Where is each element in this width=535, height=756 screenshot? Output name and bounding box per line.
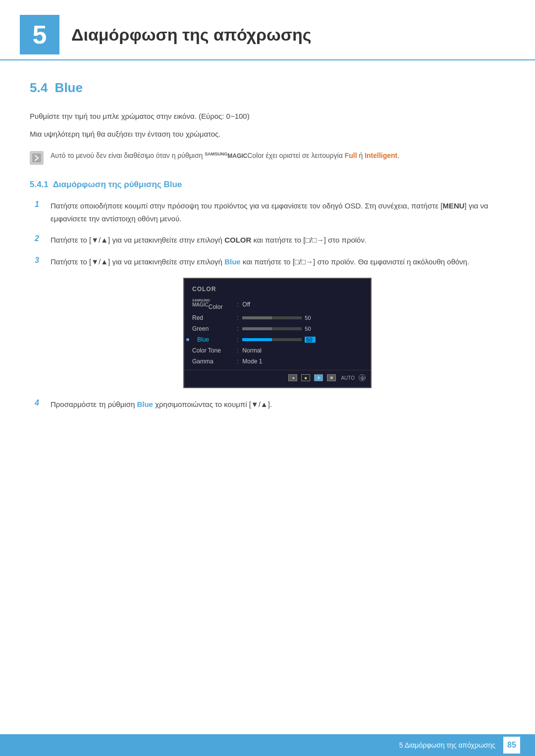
- active-indicator: [186, 338, 189, 341]
- note-text: Αυτό το μενού δεν είναι διαθέσιμο όταν η…: [51, 150, 399, 161]
- step-2: 2 Πατήστε το [▼/▲] για να μετακινηθείτε …: [35, 234, 505, 247]
- desc-para-1: Ρυθμίστε την τιμή του μπλε χρώματος στην…: [30, 110, 505, 122]
- chapter-title: Διαμόρφωση της απόχρωσης: [71, 25, 311, 45]
- step-3: 3 Πατήστε το [▼/▲] για να μετακινηθείτε …: [35, 255, 505, 268]
- chapter-number: 5: [20, 15, 59, 54]
- osd-screenshot: COLOR SAMSUNG MAGICColor : Off Red : 50: [50, 278, 505, 388]
- chapter-header: 5 Διαμόρφωση της απόχρωσης: [0, 0, 535, 60]
- step-3-text: Πατήστε το [▼/▲] για να μετακινηθείτε στ…: [51, 255, 469, 268]
- step-4-container: 4 Προσαρμόστε τη ρύθμιση Blue χρησιμοποι…: [35, 398, 505, 411]
- step-1-text: Πατήστε οποιοδήποτε κουμπί στην πρόσοψη …: [51, 200, 505, 225]
- svg-rect-0: [32, 153, 41, 162]
- page-footer: 5 Διαμόρφωση της απόχρωσης 85: [0, 734, 535, 756]
- osd-value-color-tone: Normal: [242, 347, 363, 354]
- steps-list: 1 Πατήστε οποιοδήποτε κουμπί στην πρόσοψ…: [35, 200, 505, 268]
- osd-btn-enter: ▣: [327, 374, 336, 381]
- osd-btn-left: ◄: [288, 374, 297, 381]
- step-4: 4 Προσαρμόστε τη ρύθμιση Blue χρησιμοποι…: [35, 398, 505, 411]
- note-box: Αυτό το μενού δεν είναι διαθέσιμο όταν η…: [30, 150, 505, 165]
- osd-row-magic-color: SAMSUNG MAGICColor : Off: [184, 297, 371, 312]
- osd-power-btn: ⏻: [359, 374, 366, 381]
- osd-title: COLOR: [184, 286, 371, 297]
- osd-auto-label: AUTO: [341, 375, 355, 381]
- osd-value-gamma: Mode 1: [242, 358, 363, 365]
- osd-label-magic-color: SAMSUNG MAGICColor: [192, 299, 237, 310]
- osd-row-gamma: Gamma : Mode 1: [184, 356, 371, 367]
- osd-screen: COLOR SAMSUNG MAGICColor : Off Red : 50: [183, 278, 372, 388]
- desc-para-2: Μια υψηλότερη τιμή θα αυξήσει την ένταση…: [30, 128, 505, 140]
- osd-bottom-bar: ◄ ■ ✛ ▣ AUTO ⏻: [184, 370, 371, 383]
- section-title: 5.4 Blue: [30, 80, 505, 96]
- footer-chapter-text: 5 Διαμόρφωση της απόχρωσης: [399, 741, 495, 749]
- note-icon: [30, 151, 44, 165]
- osd-row-blue: Blue : 50: [184, 334, 371, 345]
- main-content: 5.4 Blue Ρυθμίστε την τιμή του μπλε χρώμ…: [0, 80, 535, 459]
- osd-row-red: Red : 50: [184, 312, 371, 323]
- osd-btn-minus: ■: [301, 374, 310, 381]
- osd-btn-plus: ✛: [314, 374, 323, 381]
- subsection-title: 5.4.1 Διαμόρφωση της ρύθμισης Blue: [30, 180, 505, 190]
- osd-value-magic-color: Off: [242, 301, 363, 308]
- step-1: 1 Πατήστε οποιοδήποτε κουμπί στην πρόσοψ…: [35, 200, 505, 225]
- step-2-text: Πατήστε το [▼/▲] για να μετακινηθείτε στ…: [51, 234, 367, 247]
- page-number: 85: [503, 737, 520, 754]
- step-4-text: Προσαρμόστε τη ρύθμιση Blue χρησιμοποιών…: [51, 398, 272, 411]
- osd-row-color-tone: Color Tone : Normal: [184, 345, 371, 356]
- osd-row-green: Green : 50: [184, 323, 371, 334]
